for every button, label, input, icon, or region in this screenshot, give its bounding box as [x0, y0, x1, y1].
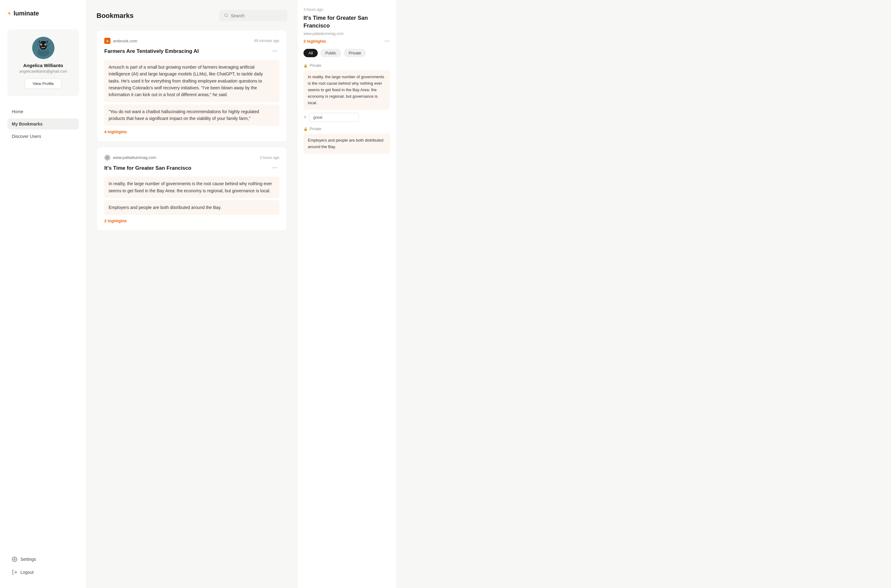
card-title-row-2: It's Time for Greater San Francisco ···: [104, 165, 279, 172]
nav-items: Home My Bookmarks Discover Users: [8, 106, 79, 547]
sidebar-item-my-bookmarks[interactable]: My Bookmarks: [8, 118, 79, 129]
gear-icon: [12, 556, 17, 562]
highlight-block-2-0: In reality, the large number of governme…: [104, 177, 279, 198]
profile-card: Angelica Willianto angelicawillianto@gma…: [8, 29, 79, 96]
filter-tab-public[interactable]: Public: [320, 49, 341, 57]
search-input[interactable]: [231, 13, 282, 18]
svg-rect-6: [41, 41, 46, 42]
rp-tag-input-1[interactable]: [310, 113, 359, 122]
profile-name: Angelica Willianto: [23, 63, 63, 68]
card-meta-1: a ambrook.com 49 minutes ago: [104, 38, 279, 44]
source-url-2: www.palladiummag.com: [113, 155, 156, 160]
logout-nav-item[interactable]: Logout: [8, 566, 79, 578]
card-title-2: It's Time for Greater San Francisco: [104, 165, 267, 172]
svg-point-7: [14, 559, 15, 560]
card-source-1: a ambrook.com: [104, 38, 137, 44]
highlight-block-1-1: "You do not want a chatbot hallucinating…: [104, 105, 279, 126]
logo: + luminate: [8, 10, 79, 17]
rp-time: 3 hours ago: [304, 8, 390, 12]
page-title: Bookmarks: [96, 12, 134, 20]
rp-highlights-count: 2 highlights: [304, 39, 326, 44]
logout-icon: [12, 570, 17, 575]
sidebar: + luminate Angelica Willianto: [0, 0, 87, 588]
rp-tag-input-row-1: +: [304, 113, 390, 122]
card-source-2: www.palladiummag.com: [104, 154, 156, 161]
right-panel: 3 hours ago It's Time for Greater San Fr…: [297, 0, 396, 588]
card-meta-2: www.palladiummag.com 3 hours ago: [104, 154, 279, 161]
view-profile-button[interactable]: View Profile: [25, 78, 61, 89]
source-favicon-1: a: [104, 38, 110, 44]
svg-point-1: [40, 41, 47, 50]
logo-text: luminate: [14, 10, 39, 17]
settings-nav-item[interactable]: Settings: [8, 554, 79, 565]
search-box[interactable]: [219, 10, 287, 21]
rp-tag-add-icon-1[interactable]: +: [304, 114, 307, 121]
rp-highlight-section-1: 🔒 Private In reality, the large number o…: [304, 63, 390, 122]
rp-source: www.palladiummag.com: [304, 32, 390, 36]
rp-title: It's Time for Greater San Francisco: [304, 14, 390, 30]
rp-privacy-label-1: 🔒 Private: [304, 63, 390, 68]
source-url-1: ambrook.com: [113, 39, 137, 43]
lock-icon-1: 🔒: [304, 64, 308, 68]
highlight-block-2-1: Employers and people are both distribute…: [104, 200, 279, 214]
rp-privacy-text-2: Private: [310, 127, 321, 131]
filter-tab-private[interactable]: Private: [344, 49, 366, 57]
settings-label: Settings: [20, 557, 36, 562]
highlight-block-1-0: Arnusch is part of a small but growing n…: [104, 60, 279, 102]
rp-more-btn[interactable]: ···: [385, 38, 390, 44]
avatar: [32, 37, 54, 59]
card-title-1: Farmers Are Tentatively Embracing AI: [104, 48, 267, 55]
main-content: Bookmarks a ambrook.com 49 minutes ago F…: [87, 0, 297, 588]
svg-point-4: [41, 44, 42, 45]
rp-privacy-label-2: 🔒 Private: [304, 127, 390, 131]
logout-label: Logout: [20, 570, 34, 575]
rp-highlight-block-2: Employers and people are both distribute…: [304, 134, 390, 154]
article-card-1: a ambrook.com 49 minutes ago Farmers Are…: [96, 30, 287, 142]
card-time-2: 3 hours ago: [260, 156, 279, 160]
card-title-row-1: Farmers Are Tentatively Embracing AI ···: [104, 48, 279, 55]
rp-privacy-text-1: Private: [310, 63, 321, 68]
rp-highlight-section-2: 🔒 Private Employers and people are both …: [304, 127, 390, 154]
rp-highlights-row: 2 highlights ···: [304, 38, 390, 44]
highlights-count-2[interactable]: 2 highlights: [104, 219, 279, 223]
svg-point-5: [45, 44, 46, 45]
article-more-btn-2[interactable]: ···: [271, 165, 279, 171]
filter-tab-all[interactable]: All: [304, 49, 318, 57]
highlights-count-1[interactable]: 4 highlights: [104, 129, 279, 134]
article-card-2: www.palladiummag.com 3 hours ago It's Ti…: [96, 147, 287, 231]
article-more-btn-1[interactable]: ···: [271, 48, 279, 54]
profile-email: angelicawillianto@gmail.com: [19, 69, 67, 74]
logo-icon: +: [8, 10, 11, 17]
sidebar-item-home[interactable]: Home: [8, 106, 79, 117]
source-favicon-2: [104, 154, 110, 161]
svg-point-9: [225, 14, 227, 16]
nav-bottom: Settings Logout: [8, 547, 79, 578]
main-header: Bookmarks: [96, 10, 287, 21]
search-icon: [224, 13, 228, 18]
rp-highlight-block-1: In reality, the large number of governme…: [304, 70, 390, 110]
card-time-1: 49 minutes ago: [254, 39, 279, 43]
sidebar-item-discover-users[interactable]: Discover Users: [8, 131, 79, 142]
lock-icon-2: 🔒: [304, 127, 308, 131]
filter-tabs: All Public Private: [304, 49, 390, 57]
